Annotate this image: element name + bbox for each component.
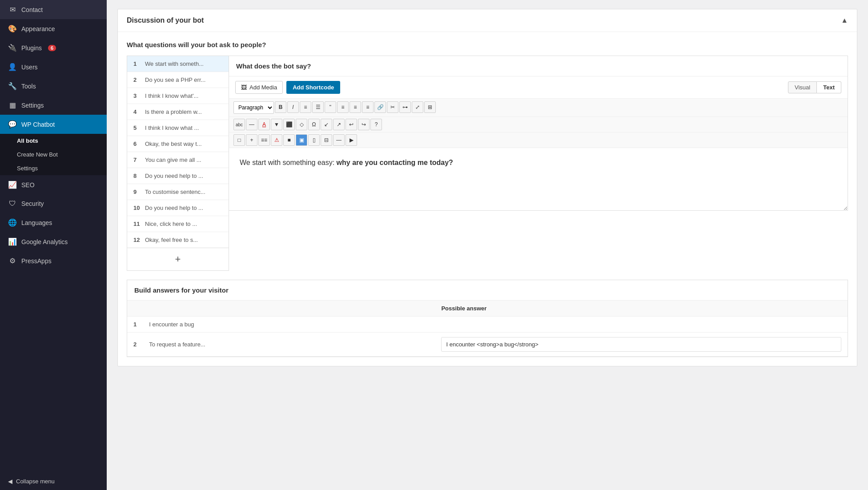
sidebar-item-security[interactable]: 🛡 Security [0,194,107,213]
submenu-all-bots[interactable]: All bots [0,134,107,148]
answer-num: 2 [127,333,143,357]
question-item[interactable]: 7You can give me all ... [127,152,229,168]
show-toolbar-button[interactable]: ⊞ [424,101,436,113]
question-item[interactable]: 9To customise sentenc... [127,184,229,200]
tools-icon: 🔧 [8,82,17,90]
blockquote-button[interactable]: " [325,101,336,113]
answer-input-cell [435,333,848,357]
paragraph-select[interactable]: Paragraph [233,101,274,114]
undo-button[interactable]: ↩ [346,119,357,130]
table-button[interactable]: ≡≡ [258,134,270,146]
plugins-badge: 6 [48,45,56,51]
security-icon: 🛡 [8,200,17,208]
answer-text-col [143,301,435,317]
bold-button[interactable]: B [275,101,286,113]
text-view-button[interactable]: Text [817,81,841,93]
unordered-list-button[interactable]: ≡ [300,101,311,113]
question-item[interactable]: 4Is there a problem w... [127,104,229,120]
help-button[interactable]: ? [370,119,382,130]
divider-button[interactable]: — [333,134,345,146]
question-item[interactable]: 11Nice, click here to ... [127,216,229,232]
collapse-menu[interactable]: ◀ Collapse menu [0,473,107,490]
clear-format-button[interactable]: ◇ [296,119,307,130]
sidebar-item-appearance[interactable]: 🎨 Appearance [0,19,107,38]
settings-icon: ▦ [8,101,17,109]
align-right-button[interactable]: ≡ [362,101,374,113]
page-button[interactable]: ▯ [308,134,320,146]
question-item[interactable]: 2Do you see a PHP err... [127,72,229,88]
sidebar-item-label: WP Chatbot [21,121,55,128]
sidebar-item-wpchatbot[interactable]: 💬 WP Chatbot [0,115,107,134]
sidebar-item-plugins[interactable]: 🔌 Plugins 6 [0,38,107,57]
image-frame-button[interactable]: ▣ [296,134,307,146]
add-media-label: Add Media [249,84,277,91]
editor-content[interactable]: We start with something easy: why are yo… [229,148,848,210]
indent-button[interactable]: ↗ [333,119,345,130]
insert-more-button[interactable]: ⊶ [399,101,411,113]
alert-button[interactable]: ⚠ [271,134,282,146]
answer-input[interactable] [441,337,841,352]
wp-toolbar-row2: abc — A ▼ ⬛ ◇ Ω ↙ ↗ ↩ ↪ ? [229,117,848,133]
question-item[interactable]: 6Okay, the best way t... [127,136,229,152]
add-row-button[interactable]: + [246,134,257,146]
font-color-picker[interactable]: ▼ [271,119,282,130]
question-item[interactable]: 3I think I know what'... [127,88,229,104]
video-button[interactable]: ▶ [346,134,357,146]
image-button[interactable]: ■ [283,134,295,146]
columns-button[interactable]: ⊟ [321,134,332,146]
add-media-icon: 🖼 [241,84,247,91]
link-button[interactable]: 🔗 [374,101,386,113]
sidebar-item-label: Settings [21,102,44,109]
font-color-button[interactable]: A [258,119,270,130]
special-char-button[interactable]: Ω [308,119,320,130]
add-media-button[interactable]: 🖼 Add Media [235,81,283,94]
sidebar-item-settings[interactable]: ▦ Settings [0,96,107,115]
question-item[interactable]: 10Do you need help to ... [127,200,229,216]
add-question-button[interactable]: + [127,248,229,271]
panel-body: What questions will your bot ask to peop… [118,32,857,366]
sidebar-item-contact[interactable]: ✉ Contact [0,0,107,19]
discussion-panel: Discussion of your bot ▲ What questions … [117,9,857,366]
editor-area: What does the bot say? 🖼 Add Media Add S… [229,56,848,211]
paste-text-button[interactable]: ⬛ [283,119,295,130]
answer-row: 2 To request a feature... [127,333,848,357]
possible-answer-col: Possible answer [435,301,848,317]
hr-button[interactable]: — [246,119,257,130]
submenu-create-new-bot[interactable]: Create New Bot [0,148,107,161]
question-item[interactable]: 5I think I know what ... [127,120,229,136]
sidebar-item-seo[interactable]: 📈 SEO [0,175,107,194]
redo-button[interactable]: ↪ [358,119,370,130]
italic-button[interactable]: I [287,101,299,113]
sidebar-item-tools[interactable]: 🔧 Tools [0,76,107,96]
plugins-icon: 🔌 [8,44,17,52]
question-item[interactable]: 12Okay, feel free to s... [127,232,229,248]
answer-text: To request a feature... [143,333,435,357]
sidebar-item-label: Tools [21,83,36,90]
answer-row: 1 I encounter a bug [127,317,848,333]
question-list-container: 1We start with someth...2Do you see a PH… [127,56,229,271]
question-item[interactable]: 8Do you need help to ... [127,168,229,184]
strikethrough-button[interactable]: abc [233,119,245,130]
rectangle-button[interactable]: □ [233,134,245,146]
languages-icon: 🌐 [8,218,17,227]
sidebar-item-languages[interactable]: 🌐 Languages [0,213,107,232]
align-center-button[interactable]: ≡ [350,101,361,113]
sidebar-item-pressapps[interactable]: ⚙ PressApps [0,251,107,270]
align-left-button[interactable]: ≡ [337,101,349,113]
add-shortcode-button[interactable]: Add Shortcode [286,81,340,94]
sidebar-item-users[interactable]: 👤 Users [0,57,107,76]
fullscreen-button[interactable]: ⤢ [412,101,423,113]
ordered-list-button[interactable]: ☰ [312,101,324,113]
unlink-button[interactable]: ✂ [387,101,398,113]
sidebar-item-label: Google Analytics [21,238,68,245]
editor-layout: 1We start with someth...2Do you see a PH… [127,56,848,271]
wp-toolbar-row1: Paragraph B I ≡ ☰ " ≡ ≡ ≡ 🔗 ✂ [229,99,848,117]
question-item[interactable]: 1We start with someth... [127,56,229,72]
editor-heading: What does the bot say? [236,62,840,70]
sidebar-item-google-analytics[interactable]: 📊 Google Analytics [0,232,107,251]
visual-view-button[interactable]: Visual [788,81,817,93]
sidebar: ✉ Contact 🎨 Appearance 🔌 Plugins 6 👤 Use… [0,0,107,490]
submenu-settings[interactable]: Settings [0,161,107,175]
collapse-panel-icon[interactable]: ▲ [841,16,848,24]
outdent-button[interactable]: ↙ [321,119,332,130]
